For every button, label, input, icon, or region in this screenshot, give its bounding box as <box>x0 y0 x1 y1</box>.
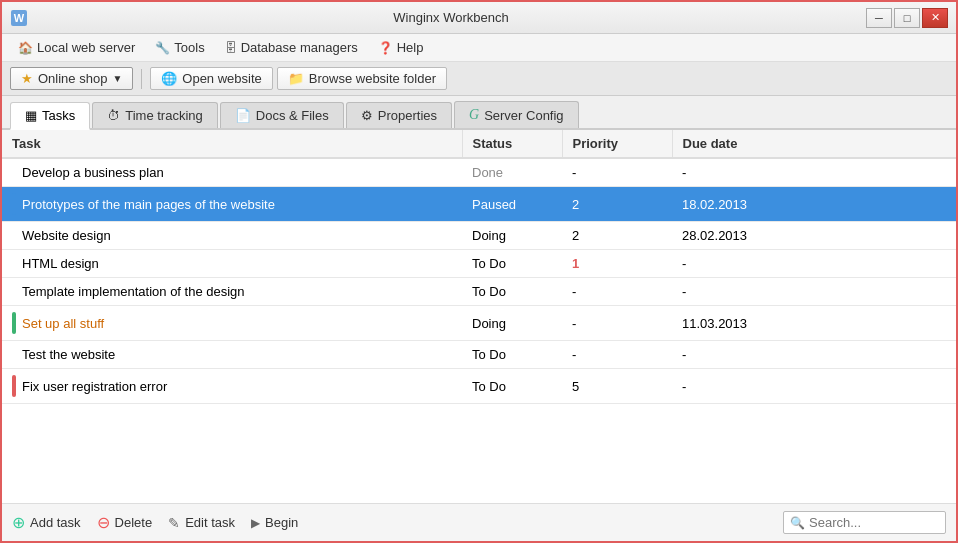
server-config-icon: G <box>469 107 479 123</box>
menu-local-web-server[interactable]: 🏠 Local web server <box>10 37 143 58</box>
edit-task-action[interactable]: ✎ Edit task <box>168 515 235 531</box>
tab-docs-files[interactable]: 📄 Docs & Files <box>220 102 344 128</box>
database-icon: 🗄 <box>225 41 237 55</box>
tasks-tab-icon: ▦ <box>25 108 37 123</box>
task-duedate-cell: 11.03.2013 <box>672 306 956 341</box>
tab-time-tracking[interactable]: ⏱ Time tracking <box>92 102 218 128</box>
task-label: Fix user registration error <box>22 379 167 394</box>
row-indicator <box>12 193 16 215</box>
maximize-button[interactable]: □ <box>894 8 920 28</box>
table-row[interactable]: Develop a business planDone-- <box>2 158 956 187</box>
task-label: Prototypes of the main pages of the webs… <box>22 197 275 212</box>
window-controls: ─ □ ✕ <box>866 8 948 28</box>
menu-database-managers[interactable]: 🗄 Database managers <box>217 37 366 58</box>
task-name-cell: Set up all stuff <box>2 306 462 341</box>
row-indicator <box>12 312 16 334</box>
tab-properties[interactable]: ⚙ Properties <box>346 102 452 128</box>
open-website-button[interactable]: 🌐 Open website <box>150 67 273 90</box>
task-duedate-cell: 18.02.2013 <box>672 187 956 222</box>
table-row[interactable]: Test the websiteTo Do-- <box>2 341 956 369</box>
table-header-row: Task Status Priority Due date <box>2 130 956 158</box>
table-row[interactable]: HTML designTo Do1- <box>2 250 956 278</box>
table-row[interactable]: Prototypes of the main pages of the webs… <box>2 187 956 222</box>
task-status-cell: To Do <box>462 278 562 306</box>
search-input[interactable] <box>809 515 939 530</box>
begin-action[interactable]: ▶ Begin <box>251 515 298 530</box>
task-priority-cell: - <box>562 278 672 306</box>
task-priority-cell: - <box>562 306 672 341</box>
browse-website-folder-button[interactable]: 📁 Browse website folder <box>277 67 447 90</box>
edit-icon: ✎ <box>168 515 180 531</box>
statusbar-actions: ⊕ Add task ⊖ Delete ✎ Edit task ▶ Begin <box>12 513 298 532</box>
main-content: Task Status Priority Due date Develop a … <box>2 130 956 541</box>
table-row[interactable]: Fix user registration errorTo Do5- <box>2 369 956 404</box>
minimize-button[interactable]: ─ <box>866 8 892 28</box>
online-shop-button[interactable]: ★ Online shop ▼ <box>10 67 133 90</box>
task-priority-cell: 2 <box>562 187 672 222</box>
window-title: Winginx Workbench <box>36 10 866 25</box>
tab-tasks[interactable]: ▦ Tasks <box>10 102 90 130</box>
col-header-task: Task <box>2 130 462 158</box>
tab-server-config[interactable]: G Server Config <box>454 101 579 128</box>
task-status-cell: Paused <box>462 187 562 222</box>
dropdown-arrow-icon: ▼ <box>112 73 122 84</box>
task-priority-cell: 5 <box>562 369 672 404</box>
home-icon: 🏠 <box>18 41 33 55</box>
task-name-cell: Template implementation of the design <box>2 278 462 306</box>
statusbar: ⊕ Add task ⊖ Delete ✎ Edit task ▶ Begin … <box>2 503 956 541</box>
task-label: Set up all stuff <box>22 316 104 331</box>
task-priority-cell: - <box>562 341 672 369</box>
task-name-cell: Website design <box>2 222 462 250</box>
title-bar: W Winginx Workbench ─ □ ✕ <box>2 2 956 34</box>
task-status-cell: Doing <box>462 222 562 250</box>
delete-icon: ⊖ <box>97 513 110 532</box>
task-priority-cell: 1 <box>562 250 672 278</box>
main-window: W Winginx Workbench ─ □ ✕ 🏠 Local web se… <box>0 0 958 543</box>
help-icon: ❓ <box>378 41 393 55</box>
star-icon: ★ <box>21 71 33 86</box>
tasks-table: Task Status Priority Due date Develop a … <box>2 130 956 404</box>
task-name-cell: HTML design <box>2 250 462 278</box>
gear-icon: ⚙ <box>361 108 373 123</box>
toolbar: ★ Online shop ▼ 🌐 Open website 📁 Browse … <box>2 62 956 96</box>
menu-tools[interactable]: 🔧 Tools <box>147 37 212 58</box>
task-name-cell: Test the website <box>2 341 462 369</box>
task-status-cell: Done <box>462 158 562 187</box>
app-icon: W <box>10 9 28 27</box>
task-duedate-cell: - <box>672 158 956 187</box>
tabs-bar: ▦ Tasks ⏱ Time tracking 📄 Docs & Files ⚙… <box>2 96 956 130</box>
task-name-cell: Prototypes of the main pages of the webs… <box>2 187 462 222</box>
menu-help[interactable]: ❓ Help <box>370 37 432 58</box>
task-label: Website design <box>22 228 111 243</box>
close-button[interactable]: ✕ <box>922 8 948 28</box>
task-duedate-cell: - <box>672 250 956 278</box>
task-duedate-cell: 28.02.2013 <box>672 222 956 250</box>
task-label: HTML design <box>22 256 99 271</box>
table-row[interactable]: Set up all stuffDoing-11.03.2013 <box>2 306 956 341</box>
task-label: Develop a business plan <box>22 165 164 180</box>
clock-icon: ⏱ <box>107 108 120 123</box>
row-indicator <box>12 375 16 397</box>
tasks-table-container: Task Status Priority Due date Develop a … <box>2 130 956 503</box>
task-duedate-cell: - <box>672 369 956 404</box>
col-header-duedate: Due date <box>672 130 956 158</box>
table-row[interactable]: Website designDoing228.02.2013 <box>2 222 956 250</box>
play-icon: ▶ <box>251 516 260 530</box>
task-label: Template implementation of the design <box>22 284 245 299</box>
task-label: Test the website <box>22 347 115 362</box>
col-header-priority: Priority <box>562 130 672 158</box>
document-icon: 📄 <box>235 108 251 123</box>
task-status-cell: To Do <box>462 341 562 369</box>
task-duedate-cell: - <box>672 278 956 306</box>
col-header-status: Status <box>462 130 562 158</box>
task-status-cell: To Do <box>462 369 562 404</box>
task-name-cell: Develop a business plan <box>2 158 462 187</box>
menubar: 🏠 Local web server 🔧 Tools 🗄 Database ma… <box>2 34 956 62</box>
task-status-cell: To Do <box>462 250 562 278</box>
delete-action[interactable]: ⊖ Delete <box>97 513 153 532</box>
table-row[interactable]: Template implementation of the designTo … <box>2 278 956 306</box>
task-priority-cell: - <box>562 158 672 187</box>
add-task-action[interactable]: ⊕ Add task <box>12 513 81 532</box>
search-box[interactable]: 🔍 <box>783 511 946 534</box>
wrench-icon: 🔧 <box>155 41 170 55</box>
